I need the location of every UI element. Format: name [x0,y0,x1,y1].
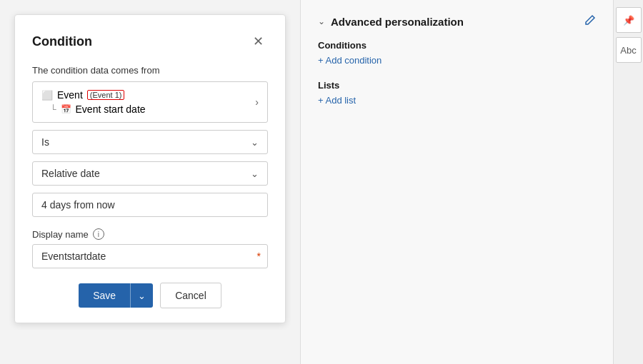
event-sub-label: Event start date [76,103,146,115]
tree-line-icon: └ [50,104,56,114]
conditions-heading: Conditions [318,40,596,51]
close-button[interactable]: ✕ [249,32,268,51]
operator-chevron-icon: ⌄ [251,137,259,148]
relative-value-input: 4 days from now [32,193,268,217]
condition-modal: Condition ✕ The condition data comes fro… [14,14,286,323]
event-label: Event [57,89,83,101]
operator-type-value: Relative date [41,168,100,179]
display-name-label-text: Display name [32,229,89,240]
save-dropdown-button[interactable]: ⌄ [130,283,153,308]
modal-header: Condition ✕ [32,32,268,51]
data-source-inner: ⬜ Event (Event 1) └ 📅 Event start date [41,89,146,115]
right-panel: ⌄ Advanced personalization Conditions + … [300,0,613,364]
modal-title: Condition [32,34,92,49]
advanced-section: ⌄ Advanced personalization Conditions + … [318,14,596,106]
modal-footer: Save ⌄ Cancel [32,283,268,308]
save-button[interactable]: Save [79,283,130,308]
collapse-icon[interactable]: ⌄ [318,16,325,26]
lists-heading: Lists [318,80,596,91]
table-icon: ⬜ [41,90,53,101]
save-button-group: Save ⌄ [79,283,153,308]
event-sub-row: └ 📅 Event start date [41,103,146,115]
event-sub-icon: 📅 [61,104,71,114]
advanced-header: ⌄ Advanced personalization [318,14,596,29]
operator-type-chevron-icon: ⌄ [251,168,259,179]
display-name-label-row: Display name i [32,228,268,240]
info-icon[interactable]: i [93,228,104,240]
chevron-right-icon: › [255,96,259,108]
section-label: The condition data comes from [32,65,268,76]
far-right-toolbar: 📌 Abc [613,0,643,364]
operator-value: Is [41,136,49,148]
text-toolbar-button[interactable]: Abc [616,37,642,63]
edit-icon[interactable] [584,14,596,29]
event-row: ⬜ Event (Event 1) [41,89,146,101]
operator-type-select[interactable]: Relative date ⌄ [32,161,268,186]
relative-value-text: 4 days from now [41,199,115,211]
event-badge: (Event 1) [87,90,125,100]
cancel-button[interactable]: Cancel [160,283,221,308]
add-list-link[interactable]: + Add list [318,95,596,106]
pin-icon: 📌 [623,15,634,26]
save-dropdown-chevron-icon: ⌄ [138,290,146,301]
operator-select[interactable]: Is ⌄ [32,130,268,154]
text-icon: Abc [620,45,636,56]
display-name-input-wrap: * [32,244,268,268]
modal-overlay: Condition ✕ The condition data comes fro… [0,0,300,364]
display-name-input[interactable] [32,244,268,268]
pin-toolbar-button[interactable]: 📌 [616,7,642,33]
add-condition-link[interactable]: + Add condition [318,55,596,66]
advanced-title: Advanced personalization [331,16,464,28]
required-star: * [257,251,261,262]
data-source-box[interactable]: ⬜ Event (Event 1) └ 📅 Event start date › [32,81,268,123]
